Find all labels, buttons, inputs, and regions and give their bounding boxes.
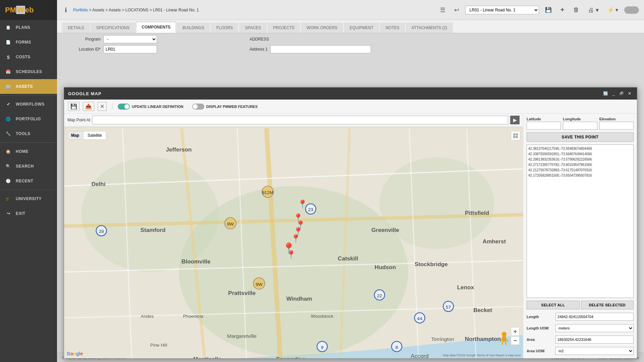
- logo-area: PMWeb: [0, 0, 57, 20]
- modal-export-tool-btn[interactable]: 📤: [83, 102, 94, 111]
- sidebar-item-university[interactable]: 🎓 UNIVERSITY: [0, 191, 57, 206]
- coord-item-6[interactable]: 42.17205828851505;-73.65047395507816: [528, 173, 632, 178]
- length-uom-select[interactable]: meters: [555, 324, 634, 332]
- area-uom-select[interactable]: m2: [555, 347, 634, 355]
- logo[interactable]: PMWeb: [5, 6, 34, 14]
- select-all-btn[interactable]: SELECT ALL: [527, 301, 580, 309]
- sidebar-item-schedules[interactable]: 📅 SCHEDULES: [0, 64, 57, 79]
- sidebar-item-assets[interactable]: 🏢 ASSETS: [0, 79, 57, 94]
- modal-controls: 🔄 _ 🗗 ✕: [602, 90, 633, 97]
- breadcrumb-portfolio[interactable]: Portfolio: [73, 8, 88, 12]
- sidebar-item-exit[interactable]: ↪ EXIT: [0, 206, 57, 221]
- tab-equipment[interactable]: EQUIPMENT: [344, 22, 379, 33]
- save-btn[interactable]: 💾: [542, 5, 554, 14]
- latitude-label: Latitude: [527, 117, 561, 121]
- tab-specifications[interactable]: SPECIFICATIONS: [91, 22, 135, 33]
- map-type-map[interactable]: Map: [67, 131, 84, 139]
- modal-cancel-tool-btn[interactable]: ✕: [98, 102, 107, 111]
- plans-icon: 📋: [5, 24, 12, 31]
- map-marker-1[interactable]: 📍: [298, 199, 308, 209]
- sidebar-item-tools[interactable]: 🔧 TOOLS: [0, 126, 57, 141]
- sidebar-item-search[interactable]: 🔍 SEARCH: [0, 159, 57, 174]
- modal-minimize-btn[interactable]: _: [610, 90, 617, 97]
- map-marker-6[interactable]: 📍: [286, 250, 296, 259]
- svg-text:Amherst: Amherst: [483, 238, 506, 245]
- display-pmweb-toggle[interactable]: DISPLAY PMWEB FEATURES: [192, 104, 258, 110]
- google-logo: Google: [67, 351, 83, 356]
- sidebar-item-home[interactable]: 🏠 HOME: [0, 144, 57, 159]
- latitude-input[interactable]: [527, 122, 561, 130]
- coord-item-5[interactable]: 42.21275678732883;-73.61751497070316: [528, 168, 632, 173]
- sidebar-item-plans[interactable]: 📋 PLANS: [0, 20, 57, 35]
- display-pmweb-thumb: [193, 104, 198, 109]
- save-point-btn[interactable]: SAVE THIS POINT: [527, 132, 634, 142]
- svg-text:Saugerties: Saugerties: [276, 356, 305, 358]
- zoom-in-btn[interactable]: +: [511, 327, 520, 336]
- exit-icon: ↪: [5, 210, 12, 217]
- map-arrow-btn[interactable]: ▶: [510, 116, 520, 124]
- action-row: SELECT ALL DELETE SELECTED: [527, 301, 634, 309]
- tab-work-orders[interactable]: WORK ORDERS: [301, 22, 343, 33]
- tab-notes[interactable]: NOTES: [380, 22, 405, 33]
- program-select[interactable]: -: [103, 35, 157, 43]
- map-area[interactable]: Map Point At ▶: [64, 114, 523, 358]
- tab-spaces[interactable]: SPACES: [239, 22, 267, 33]
- length-input[interactable]: [555, 313, 634, 321]
- coordinates-row: Latitude Longitude Elevation: [527, 117, 634, 130]
- pegman[interactable]: [499, 331, 509, 345]
- tab-details[interactable]: DETAILS: [62, 22, 90, 33]
- svg-text:44: 44: [417, 316, 423, 321]
- delete-selected-btn[interactable]: DELETE SELECTED: [581, 301, 634, 309]
- tab-floors[interactable]: FLOORS: [211, 22, 238, 33]
- update-linear-track[interactable]: [118, 104, 130, 110]
- area-input[interactable]: [555, 336, 634, 344]
- info-icon-btn[interactable]: ℹ: [62, 5, 70, 15]
- svg-line-79: [506, 339, 508, 342]
- map-container[interactable]: 9W 9W 912M Middleburgh Jefferson Stamfor…: [64, 128, 523, 358]
- zoom-out-btn[interactable]: −: [511, 336, 520, 345]
- modal-toolbar: 💾 📤 ✕ UPDATE LINEAR DEFINITION DISPLAY P…: [64, 100, 637, 114]
- undo-btn[interactable]: ↩: [451, 5, 462, 15]
- breadcrumb-assets2: Assets: [109, 8, 121, 12]
- display-pmweb-track[interactable]: [192, 104, 204, 110]
- modal-save-tool-btn[interactable]: 💾: [68, 102, 79, 111]
- update-linear-toggle[interactable]: UPDATE LINEAR DEFINITION: [118, 104, 183, 110]
- location-id-input[interactable]: [103, 45, 157, 53]
- sidebar-item-costs[interactable]: $ COSTS: [0, 50, 57, 64]
- address1-input[interactable]: [270, 45, 371, 53]
- sidebar-item-forms[interactable]: 📄 FORMS: [0, 35, 57, 50]
- delete-btn[interactable]: 🗑: [571, 5, 582, 15]
- record-selector[interactable]: LR01 - Linear Road No. 1: [465, 6, 539, 14]
- coord-item-2[interactable]: 42.33875556591851;-73.56807649414066: [528, 152, 632, 157]
- map-type-satellite[interactable]: Satellite: [84, 131, 106, 139]
- modal-close-btn[interactable]: ✕: [626, 90, 633, 97]
- map-fullscreen-btn[interactable]: [511, 131, 520, 140]
- modal-restore-btn[interactable]: 🗗: [618, 90, 625, 97]
- tab-buildings[interactable]: BUILDINGS: [177, 22, 210, 33]
- coord-item-4[interactable]: 42.27172305770782;-73.60103547851566: [528, 162, 632, 168]
- lightning-btn[interactable]: ⚡ ▾: [605, 5, 621, 14]
- elevation-input[interactable]: [599, 122, 634, 130]
- coord-item-3[interactable]: 42.29813832353616;-73.57906282226566: [528, 157, 632, 162]
- coord-item-1[interactable]: 42.38137545217595;-73.55983674804469: [528, 146, 632, 152]
- tab-attachments[interactable]: ATTACHMENTS (2): [406, 22, 453, 33]
- sidebar-item-portfolio[interactable]: 🌐 PORTFOLIO: [0, 112, 57, 126]
- svg-text:Margaretville: Margaretville: [227, 333, 257, 339]
- modal-refresh-btn[interactable]: 🔄: [602, 90, 609, 97]
- menu-icon-btn[interactable]: ☰: [437, 5, 448, 15]
- add-btn[interactable]: +: [558, 5, 567, 15]
- svg-text:Becket: Becket: [473, 307, 492, 313]
- tab-components[interactable]: COMPONENTS: [136, 22, 176, 33]
- map-point-input[interactable]: [92, 116, 508, 124]
- map-point-label: Map Point At: [67, 118, 90, 122]
- toggle-btn[interactable]: [624, 6, 639, 14]
- svg-text:28: 28: [99, 229, 104, 234]
- length-uom-row: Length UOM meters: [527, 324, 634, 332]
- tab-projects[interactable]: PROJECTS: [267, 22, 300, 33]
- longitude-input[interactable]: [563, 122, 597, 130]
- sidebar-item-workflows[interactable]: ✔ WORKFLOWS: [0, 97, 57, 112]
- coordinates-list[interactable]: 42.38137545217595;-73.55983674804469 42.…: [527, 144, 634, 298]
- sidebar-item-recent[interactable]: 🕐 RECENT: [0, 174, 57, 188]
- print-btn[interactable]: 🖨 ▾: [585, 5, 601, 15]
- svg-text:Stockbridge: Stockbridge: [415, 261, 448, 267]
